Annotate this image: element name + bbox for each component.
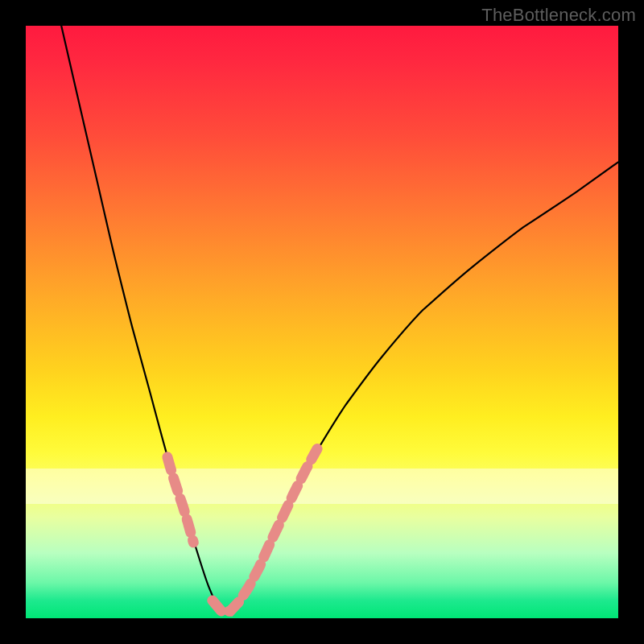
left-overlay-segments — [167, 457, 193, 543]
bottleneck-curve — [61, 26, 618, 613]
watermark-text: TheBottleneck.com — [481, 5, 636, 26]
curve-layer — [26, 26, 618, 618]
chart-frame: TheBottleneck.com — [0, 0, 644, 644]
right-overlay-segments — [213, 449, 317, 612]
